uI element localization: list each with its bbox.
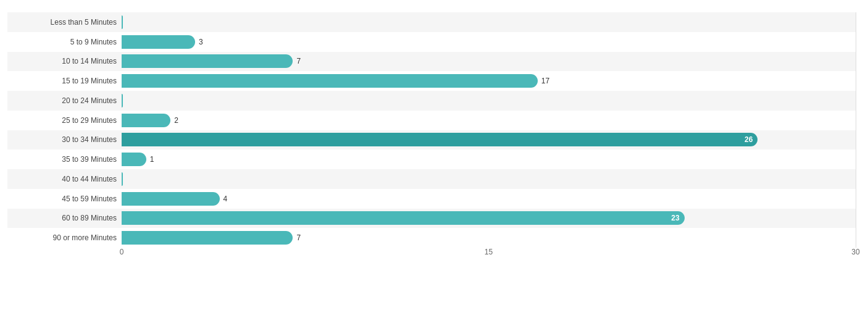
- bars-section: Less than 5 Minutes5 to 9 Minutes310 to …: [7, 12, 856, 248]
- bar-label: 35 to 39 Minutes: [7, 155, 122, 164]
- bar-label: 40 to 44 Minutes: [7, 175, 122, 183]
- bar-label: 20 to 24 Minutes: [7, 96, 122, 105]
- bar-label: 45 to 59 Minutes: [7, 195, 122, 203]
- chart-area: Less than 5 Minutes5 to 9 Minutes310 to …: [7, 12, 856, 266]
- bar-track: 1: [122, 149, 856, 169]
- bar-track: 7: [122, 52, 856, 72]
- bar-fill: [122, 192, 220, 206]
- bar-row: 45 to 59 Minutes4: [7, 189, 856, 209]
- bar-fill: [122, 74, 538, 88]
- bar-row: 30 to 34 Minutes26: [7, 130, 856, 150]
- x-tick: 0: [120, 248, 124, 256]
- bar-fill: [122, 172, 123, 186]
- bar-track: 17: [122, 71, 856, 91]
- bar-label: 10 to 14 Minutes: [7, 57, 122, 65]
- bar-fill: [122, 153, 146, 166]
- bar-row: 10 to 14 Minutes7: [7, 52, 856, 72]
- bar-row: 25 to 29 Minutes2: [7, 111, 856, 130]
- bar-track: [122, 169, 856, 189]
- x-axis: 01530: [122, 248, 856, 266]
- bar-fill: [122, 54, 293, 68]
- x-tick: 15: [485, 248, 493, 256]
- bar-value: 17: [541, 77, 549, 85]
- bar-track: [122, 12, 856, 32]
- bar-value: 7: [296, 57, 301, 65]
- bar-row: 5 to 9 Minutes3: [7, 32, 856, 52]
- bar-row: 20 to 24 Minutes: [7, 91, 856, 111]
- bar-label: 15 to 19 Minutes: [7, 77, 122, 85]
- bar-value: 23: [671, 214, 679, 222]
- bar-label: 30 to 34 Minutes: [7, 135, 122, 144]
- chart-container: Less than 5 Minutes5 to 9 Minutes310 to …: [0, 0, 868, 323]
- bar-row: 15 to 19 Minutes17: [7, 71, 856, 91]
- bar-label: 25 to 29 Minutes: [7, 116, 122, 125]
- bar-label: 5 to 9 Minutes: [7, 38, 122, 46]
- bar-label: 90 or more Minutes: [7, 233, 122, 242]
- bar-track: 7: [122, 228, 856, 248]
- bar-value: 7: [296, 233, 301, 242]
- bar-track: 2: [122, 111, 856, 130]
- bar-row: 60 to 89 Minutes23: [7, 209, 856, 229]
- bar-track: 26: [122, 130, 856, 150]
- bar-fill: [122, 114, 170, 127]
- bar-label: Less than 5 Minutes: [7, 18, 122, 27]
- x-tick: 30: [851, 248, 859, 256]
- bar-track: [122, 91, 856, 111]
- bar-fill: 23: [122, 211, 685, 225]
- bar-fill: [122, 94, 123, 107]
- bar-fill: [122, 35, 195, 49]
- bar-row: 40 to 44 Minutes: [7, 169, 856, 189]
- bar-row: 90 or more Minutes7: [7, 228, 856, 248]
- bar-fill: [122, 231, 293, 245]
- bar-value: 1: [150, 155, 154, 164]
- bar-track: 3: [122, 32, 856, 52]
- bar-value: 3: [199, 38, 203, 46]
- bar-track: 4: [122, 189, 856, 209]
- bar-value: 2: [174, 116, 178, 125]
- bar-row: Less than 5 Minutes: [7, 12, 856, 32]
- bar-track: 23: [122, 209, 856, 229]
- bar-label: 60 to 89 Minutes: [7, 214, 122, 222]
- bar-fill: 26: [122, 133, 757, 146]
- bar-value: 26: [745, 135, 753, 144]
- bar-value: 4: [223, 195, 228, 203]
- bar-fill: [122, 15, 123, 29]
- bar-row: 35 to 39 Minutes1: [7, 149, 856, 169]
- grid-line-30: [856, 12, 856, 248]
